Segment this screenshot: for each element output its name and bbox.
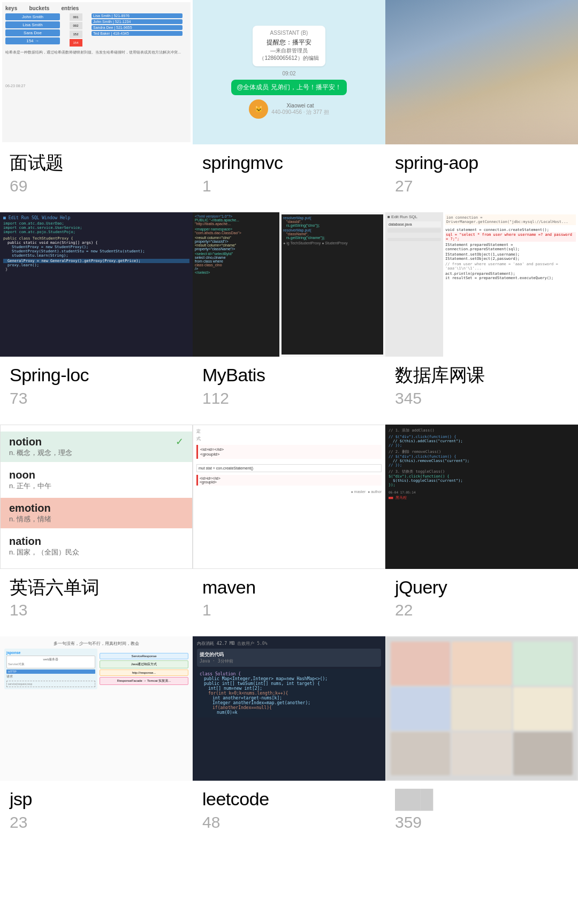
card-leetcode[interactable]: 内存消耗 42.7 MB 击败用户 5.0% 提交的代码 Java · 3分钟前…: [193, 636, 385, 849]
card-body-jsp: jsp 23: [0, 788, 193, 831]
card-body-jquery: jQuery 22: [385, 576, 578, 620]
card-count-unknown: 359: [395, 813, 568, 831]
card-count-jsp: 23: [10, 813, 183, 831]
card-jsp[interactable]: 多一句没有，少一句不行，用真柱时间，教会 jsponse web服务器 Serv…: [0, 636, 193, 849]
card-mianshi[interactable]: keys buckets entries John Smith Lisa Smi…: [0, 0, 193, 212]
thumb-spring-loc: ■ Edit Run SQL Window Help import com.at…: [0, 212, 193, 357]
card-title-spring-aop: spring-aop: [395, 152, 568, 174]
card-spring-loc[interactable]: ■ Edit Run SQL Window Help import com.at…: [0, 212, 193, 425]
card-title-maven: maven: [202, 576, 376, 598]
card-body-database: 数据库网课 345: [385, 364, 578, 407]
card-title-jsp: jsp: [10, 788, 183, 810]
card-grid: keys buckets entries John Smith Lisa Smi…: [0, 0, 578, 849]
card-title-english: 英语六单词: [10, 576, 183, 598]
card-body-english: 英语六单词 13: [0, 576, 193, 620]
card-count-spring-loc: 73: [10, 389, 183, 407]
thumb-english: ✓ notion n. 概念，观念，理念 noon n. 正午，中午 emoti…: [0, 425, 193, 569]
card-mybatis[interactable]: <?xml version="1.0"?> PUBLIC "-//ibatis.…: [193, 212, 385, 425]
card-title-jquery: jQuery: [395, 576, 568, 598]
thumb-jquery: // 1. 添加 addClass() // $("div").click(fu…: [385, 425, 578, 569]
thumb-database: ■ Edit Run SQL database.java ion connect…: [385, 212, 578, 357]
card-count-leetcode: 48: [202, 813, 376, 831]
card-body-mianshi: 面试题 69: [0, 152, 193, 195]
thumb-maven: 定 式 <id>id=</id> <groupId> mut stat = co…: [193, 425, 385, 569]
vocab-notion: ✓ notion n. 概念，观念，理念: [1, 432, 192, 462]
card-unknown[interactable]: ███ 359: [385, 636, 578, 849]
card-body-mybatis: MyBatis 112: [193, 364, 385, 407]
card-title-leetcode: leetcode: [202, 788, 376, 810]
card-maven[interactable]: 定 式 <id>id=</id> <groupId> mut stat = co…: [193, 425, 385, 637]
card-body-spring-aop: spring-aop 27: [385, 152, 578, 195]
card-body-unknown: ███ 359: [385, 788, 578, 831]
card-count-jquery: 22: [395, 601, 568, 619]
card-count-springmvc: 1: [202, 177, 376, 195]
vocab-emotion: emotion n. 情感，情绪: [1, 498, 192, 528]
thumb-springmvc: ASSISTANT (B) 提醒您：播平安 —来自群管理员（1286006561…: [193, 0, 385, 144]
card-count-maven: 1: [202, 601, 376, 619]
card-count-spring-aop: 27: [395, 177, 568, 195]
card-title-mybatis: MyBatis: [202, 364, 376, 386]
thumb-jsp: 多一句没有，少一句不行，用真柱时间，教会 jsponse web服务器 Serv…: [0, 636, 193, 781]
vocab-nation: nation n. 国家，（全国）民众: [1, 531, 192, 561]
card-count-database: 345: [395, 389, 568, 407]
card-jquery[interactable]: // 1. 添加 addClass() // $("div").click(fu…: [385, 425, 578, 637]
card-title-springmvc: springmvc: [202, 152, 376, 174]
card-title-mianshi: 面试题: [10, 152, 183, 174]
card-title-spring-loc: Spring-loc: [10, 364, 183, 386]
card-count-mianshi: 69: [10, 177, 183, 195]
vocab-noon: noon n. 正午，中午: [1, 465, 192, 495]
card-count-mybatis: 112: [202, 389, 376, 407]
card-english[interactable]: ✓ notion n. 概念，观念，理念 noon n. 正午，中午 emoti…: [0, 425, 193, 637]
card-body-leetcode: leetcode 48: [193, 788, 385, 831]
card-database[interactable]: ■ Edit Run SQL database.java ion connect…: [385, 212, 578, 425]
thumb-leetcode: 内存消耗 42.7 MB 击败用户 5.0% 提交的代码 Java · 3分钟前…: [193, 636, 385, 781]
card-title-unknown: ███: [395, 788, 568, 810]
thumb-mybatis: <?xml version="1.0"?> PUBLIC "-//ibatis.…: [193, 212, 385, 357]
card-spring-aop[interactable]: spring-aop 27: [385, 0, 578, 212]
thumb-mianshi: keys buckets entries John Smith Lisa Smi…: [0, 0, 193, 144]
card-title-database: 数据库网课: [395, 364, 568, 386]
card-springmvc[interactable]: ASSISTANT (B) 提醒您：播平安 —来自群管理员（1286006561…: [193, 0, 385, 212]
card-body-spring-loc: Spring-loc 73: [0, 364, 193, 407]
thumb-spring-aop: [385, 0, 578, 144]
card-body-springmvc: springmvc 1: [193, 152, 385, 195]
card-body-maven: maven 1: [193, 576, 385, 620]
thumb-unknown: [385, 636, 578, 781]
card-count-english: 13: [10, 601, 183, 619]
